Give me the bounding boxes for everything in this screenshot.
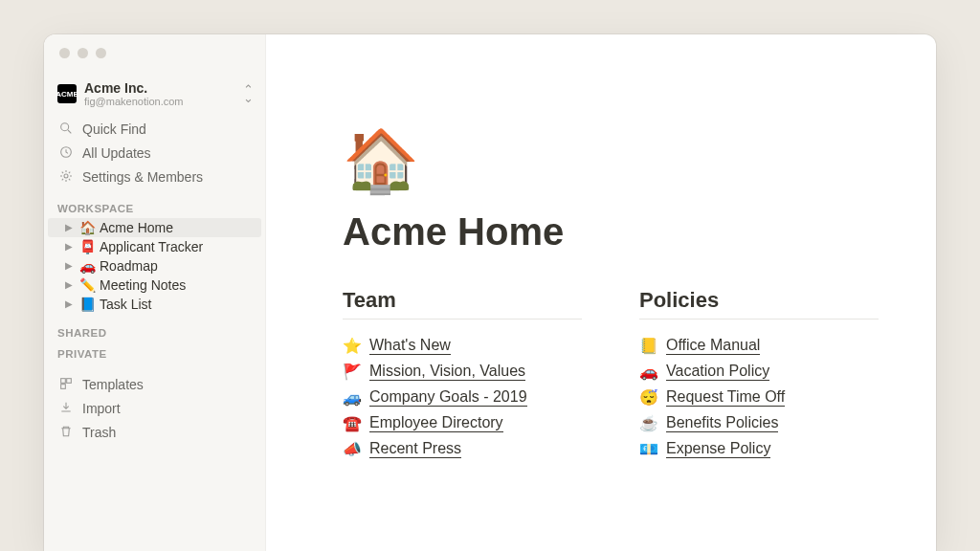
link-label[interactable]: Office Manual (666, 337, 760, 355)
page-link[interactable]: 📒Office Manual (639, 333, 879, 359)
link-emoji: ☎️ (343, 414, 362, 432)
link-label[interactable]: Employee Directory (369, 414, 503, 432)
page-link[interactable]: ☕Benefits Policies (639, 410, 879, 436)
chevron-up-down-icon[interactable]: ⌃⌄ (243, 85, 254, 102)
page-label: Task List (100, 297, 151, 312)
link-emoji: 🚩 (343, 363, 362, 381)
download-icon (57, 400, 75, 418)
quick-find-label: Quick Find (82, 121, 146, 137)
svg-point-0 (61, 122, 69, 130)
settings-label: Settings & Members (82, 169, 203, 185)
search-icon (57, 121, 75, 139)
link-emoji: 🚗 (639, 363, 658, 381)
page-link[interactable]: ⭐What's New (343, 333, 582, 359)
minimize-dot[interactable] (78, 48, 88, 58)
all-updates-label: All Updates (82, 145, 151, 161)
link-label[interactable]: Mission, Vision, Values (369, 363, 525, 381)
svg-point-3 (64, 174, 68, 178)
workspace-email: fig@makenotion.com (84, 96, 235, 108)
sidebar-page-item[interactable]: ▶🏠Acme Home (48, 218, 261, 237)
page-label: Roadmap (100, 258, 158, 274)
link-label[interactable]: What's New (369, 337, 451, 355)
trash-button[interactable]: Trash (44, 421, 265, 445)
page-label: Applicant Tracker (100, 239, 203, 254)
maximize-dot[interactable] (96, 48, 106, 58)
page-label: Acme Home (100, 220, 173, 235)
import-label: Import (82, 401, 121, 416)
trash-label: Trash (82, 425, 116, 440)
app-window: ACME Acme Inc. fig@makenotion.com ⌃⌄ Qui… (44, 34, 936, 551)
page-link[interactable]: 🚗Vacation Policy (639, 359, 879, 385)
page-emoji: 🏠 (78, 220, 96, 235)
shared-section-label[interactable]: Shared (44, 314, 265, 342)
templates-button[interactable]: Templates (44, 373, 265, 397)
workspace-icon: ACME (57, 84, 77, 103)
sidebar-page-item[interactable]: ▶📮Applicant Tracker (48, 237, 261, 256)
templates-label: Templates (82, 377, 144, 392)
templates-icon (57, 376, 75, 394)
private-section-label[interactable]: Private (44, 342, 265, 364)
clock-icon (57, 144, 75, 163)
link-emoji: 😴 (639, 388, 658, 407)
link-emoji: ⭐ (343, 337, 362, 355)
page-label: Meeting Notes (100, 277, 186, 293)
link-label[interactable]: Vacation Policy (666, 363, 769, 381)
sidebar: ACME Acme Inc. fig@makenotion.com ⌃⌄ Qui… (44, 34, 266, 551)
page-link[interactable]: 😴Request Time Off (639, 385, 879, 410)
link-emoji: 📣 (343, 440, 362, 458)
sidebar-page-item[interactable]: ▶✏️Meeting Notes (48, 276, 261, 295)
link-emoji: ☕ (639, 414, 658, 432)
svg-rect-4 (61, 378, 66, 383)
workspace-name: Acme Inc. (84, 80, 235, 96)
column: Team⭐What's New🚩Mission, Vision, Values🚙… (343, 288, 582, 462)
page-emoji: 📮 (78, 239, 96, 254)
close-dot[interactable] (59, 48, 70, 58)
caret-right-icon[interactable]: ▶ (63, 298, 75, 309)
gear-icon (57, 168, 75, 187)
workspace-section-label: Workspace (44, 189, 265, 218)
page-list: ▶🏠Acme Home▶📮Applicant Tracker▶🚗Roadmap▶… (44, 218, 265, 314)
page-link[interactable]: 📣Recent Press (343, 436, 582, 462)
page-link[interactable]: ☎️Employee Directory (343, 410, 582, 436)
link-emoji: 📒 (639, 337, 658, 355)
main-content: 🏠 Acme Home Team⭐What's New🚩Mission, Vis… (266, 34, 936, 551)
window-controls (59, 48, 106, 58)
page-link[interactable]: 🚩Mission, Vision, Values (343, 359, 582, 385)
page-icon[interactable]: 🏠 (343, 130, 879, 191)
page-link[interactable]: 🚙Company Goals - 2019 (343, 385, 582, 410)
page-link[interactable]: 💶Expense Policy (639, 436, 879, 462)
content-columns: Team⭐What's New🚩Mission, Vision, Values🚙… (343, 288, 879, 462)
caret-right-icon[interactable]: ▶ (63, 241, 75, 252)
link-label[interactable]: Request Time Off (666, 388, 785, 407)
link-label[interactable]: Expense Policy (666, 440, 770, 458)
caret-right-icon[interactable]: ▶ (63, 260, 75, 271)
page-emoji: 📘 (78, 297, 96, 312)
column-heading[interactable]: Policies (639, 288, 879, 320)
import-button[interactable]: Import (44, 397, 265, 421)
quick-find-button[interactable]: Quick Find (44, 118, 265, 142)
sidebar-page-item[interactable]: ▶🚗Roadmap (48, 256, 261, 276)
svg-rect-6 (61, 384, 66, 388)
page-emoji: 🚗 (78, 258, 96, 274)
column: Policies📒Office Manual🚗Vacation Policy😴R… (639, 288, 879, 462)
link-label[interactable]: Benefits Policies (666, 414, 778, 432)
svg-line-1 (68, 130, 71, 133)
sidebar-page-item[interactable]: ▶📘Task List (48, 295, 261, 314)
workspace-switcher[interactable]: ACME Acme Inc. fig@makenotion.com ⌃⌄ (44, 75, 265, 118)
link-label[interactable]: Company Goals - 2019 (369, 388, 527, 407)
link-emoji: 💶 (639, 440, 658, 458)
svg-rect-5 (67, 378, 72, 383)
caret-right-icon[interactable]: ▶ (63, 279, 75, 290)
caret-right-icon[interactable]: ▶ (63, 222, 75, 232)
settings-button[interactable]: Settings & Members (44, 165, 265, 189)
all-updates-button[interactable]: All Updates (44, 142, 265, 165)
page-emoji: ✏️ (78, 277, 96, 293)
link-label[interactable]: Recent Press (369, 440, 461, 458)
link-emoji: 🚙 (343, 388, 362, 407)
page-title[interactable]: Acme Home (343, 210, 879, 253)
column-heading[interactable]: Team (343, 288, 582, 320)
trash-icon (57, 424, 75, 442)
